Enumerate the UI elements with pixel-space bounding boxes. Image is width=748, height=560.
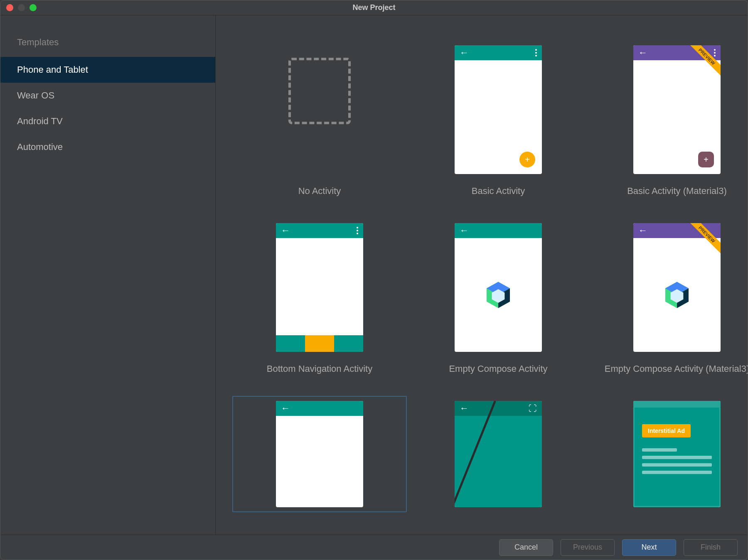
sidebar-item-automotive[interactable]: Automotive	[0, 134, 215, 160]
sidebar-header: Templates	[0, 31, 215, 57]
fullscreen-icon: ⛶	[529, 404, 537, 413]
template-thumbnail: ← + PREVIEW	[633, 45, 721, 174]
template-label: Basic Activity	[416, 186, 581, 196]
interstitial-ad-button: Interstitial Ad	[642, 424, 691, 437]
back-arrow-icon: ←	[638, 48, 647, 57]
finish-button[interactable]: Finish	[684, 539, 738, 556]
appbar: ←	[455, 223, 542, 238]
template-label: Basic Activity (Material3)	[595, 186, 748, 196]
template-thumbnail: Interstitial Ad	[633, 401, 721, 507]
appbar: ← ⛶	[455, 401, 542, 416]
template-thumbnail: ←	[455, 223, 542, 352]
fab-add-icon: +	[519, 152, 535, 167]
dialog-body: Templates Phone and Tablet Wear OS Andro…	[0, 15, 748, 535]
template-grid: No Activity ← + Basic Activity ←	[216, 15, 748, 535]
template-no-activity[interactable]: No Activity	[232, 40, 407, 201]
empty-placeholder-icon	[288, 58, 351, 124]
window-title: New Project	[352, 3, 395, 12]
overflow-menu-icon	[357, 227, 358, 234]
template-label: Bottom Navigation Activity	[237, 364, 402, 374]
back-arrow-icon: ←	[460, 48, 469, 57]
template-label: No Activity	[237, 186, 402, 196]
sidebar: Templates Phone and Tablet Wear OS Andro…	[0, 15, 216, 535]
template-thumbnail: ← ⛶	[455, 401, 542, 507]
template-empty-compose[interactable]: ← Empty Compose Activity	[411, 218, 586, 379]
jetpack-compose-icon	[662, 280, 691, 309]
cancel-button[interactable]: Cancel	[499, 539, 553, 556]
sidebar-item-label: Wear OS	[17, 90, 54, 101]
back-arrow-icon: ←	[281, 226, 290, 235]
sidebar-item-label: Android TV	[17, 116, 63, 126]
template-label: Empty Compose Activity (Material3)	[595, 364, 748, 374]
appbar: ←	[276, 223, 363, 238]
previous-button[interactable]: Previous	[561, 539, 615, 556]
template-thumbnail: ← +	[455, 45, 542, 174]
template-thumbnail	[276, 45, 363, 174]
window-controls	[0, 4, 37, 11]
back-arrow-icon: ←	[638, 226, 647, 235]
fab-add-icon: +	[698, 152, 714, 167]
compose-logo-area	[455, 238, 542, 352]
appbar: ←	[455, 45, 542, 60]
bottom-nav-bar	[276, 335, 363, 352]
template-bottom-navigation[interactable]: ← Bottom Navigation Activity	[232, 218, 407, 379]
template-empty-activity[interactable]: ←	[232, 396, 407, 512]
sidebar-item-label: Automotive	[17, 142, 63, 152]
back-arrow-icon: ←	[460, 404, 469, 413]
template-empty-compose-m3[interactable]: ← PREVIEW Empty Compose Activity (Materi…	[590, 218, 748, 379]
minimize-window-button[interactable]	[18, 4, 25, 11]
back-arrow-icon: ←	[281, 404, 290, 413]
compose-logo-area	[633, 238, 721, 352]
template-admob-ads[interactable]: Interstitial Ad	[590, 396, 748, 512]
diagonal-decoration	[455, 401, 496, 507]
titlebar: New Project	[0, 0, 748, 15]
sidebar-item-wear-os[interactable]: Wear OS	[0, 83, 215, 108]
overflow-menu-icon	[535, 49, 537, 56]
template-basic-activity-m3[interactable]: ← + PREVIEW Basic Activity (Material3)	[590, 40, 748, 201]
appbar: ←	[276, 401, 363, 416]
overflow-menu-icon	[714, 49, 716, 56]
next-button[interactable]: Next	[622, 539, 676, 556]
sidebar-item-phone-tablet[interactable]: Phone and Tablet	[0, 57, 215, 83]
template-thumbnail: ←	[276, 223, 363, 352]
close-window-button[interactable]	[6, 4, 13, 11]
ad-preview: Interstitial Ad	[633, 401, 721, 507]
jetpack-compose-icon	[484, 280, 513, 309]
dialog-footer: Cancel Previous Next Finish	[0, 535, 748, 560]
maximize-window-button[interactable]	[30, 4, 37, 11]
sidebar-item-label: Phone and Tablet	[17, 64, 88, 75]
new-project-window: New Project Templates Phone and Tablet W…	[0, 0, 748, 560]
template-thumbnail: ←	[276, 401, 363, 507]
back-arrow-icon: ←	[460, 226, 469, 235]
template-fullscreen-activity[interactable]: ← ⛶	[411, 396, 586, 512]
template-label: Empty Compose Activity	[416, 364, 581, 374]
template-basic-activity[interactable]: ← + Basic Activity	[411, 40, 586, 201]
template-thumbnail: ← PREVIEW	[633, 223, 721, 352]
sidebar-item-android-tv[interactable]: Android TV	[0, 108, 215, 134]
